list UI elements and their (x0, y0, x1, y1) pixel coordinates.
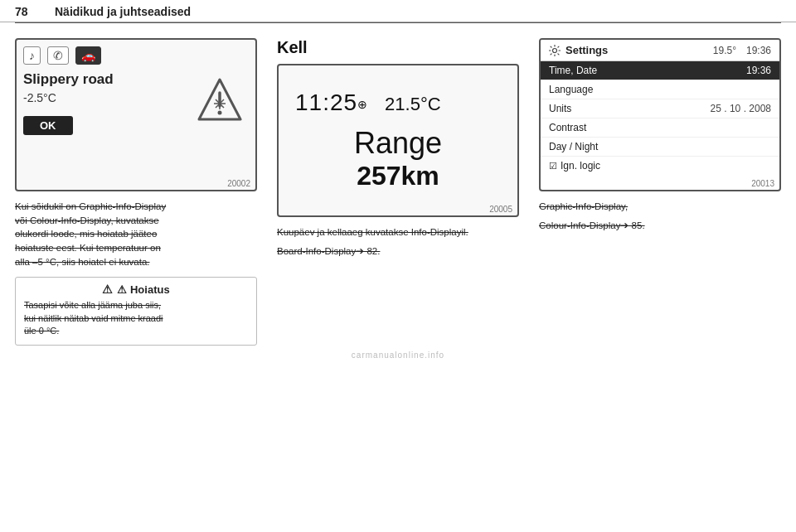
middle-column: Kell 11:25⊕ 21.5°C Range 257km 20005 Kuu… (267, 38, 529, 346)
watermark: carmanualonline.info (0, 346, 796, 361)
units-value: 25 . 10 . 2008 (711, 103, 771, 114)
warning-label: ⚠ Hoiatus (117, 283, 169, 296)
left-screen-box: ♪ ✆ 🚗 Slippery road -2.5°C OK (15, 38, 257, 191)
warning-icon: ⚠ (102, 283, 113, 296)
middle-heading: Kell (277, 38, 519, 57)
left-description: Kui sõidukil on Graphic-Info-Display või… (15, 200, 257, 268)
ign-logic-label: Ign. logic (561, 160, 600, 172)
warning-text: Tasapisi võite alla jääma juba siis, kui… (24, 299, 248, 337)
settings-temp: 19.5° (713, 45, 736, 56)
page-number: 78 (15, 5, 48, 18)
right-column: Settings 19.5° 19:36 Time, Date 19:36 La… (529, 38, 781, 346)
settings-row-ign-logic[interactable]: ☑ Ign. logic (541, 157, 779, 175)
settings-gear-icon (549, 45, 561, 56)
middle-description1: Kuupäev ja kellaaeg kuvatakse Info-Displ… (277, 225, 519, 239)
settings-header-right: 19.5° 19:36 (713, 45, 771, 56)
clock-temp: 21.5°C (385, 94, 441, 115)
clock-time: 11:25⊕ (295, 89, 368, 116)
checkbox-icon: ☑ (549, 161, 557, 172)
page-header: 78 Näidikud ja juhtseadised (0, 0, 796, 22)
alert-temp: -2.5°C (23, 91, 191, 104)
ok-button[interactable]: OK (23, 116, 73, 135)
middle-screen-box: 11:25⊕ 21.5°C Range 257km 20005 (277, 64, 519, 217)
contrast-label: Contrast (549, 122, 586, 133)
svg-point-2 (218, 111, 222, 115)
settings-header-bar: Settings 19.5° 19:36 (541, 40, 779, 61)
music-tab[interactable]: ♪ (23, 46, 41, 65)
time-date-label: Time, Date (549, 65, 597, 76)
settings-row-units[interactable]: Units 25 . 10 . 2008 (541, 99, 779, 118)
settings-row-language[interactable]: Language (541, 80, 779, 99)
page-title: Näidikud ja juhtseadised (55, 5, 191, 18)
units-label: Units (549, 103, 571, 114)
alert-title: Slippery road (23, 71, 191, 88)
language-label: Language (549, 84, 593, 95)
day-night-label: Day / Night (549, 141, 598, 152)
time-date-value: 19:36 (746, 65, 771, 76)
clock-suffix: ⊕ (357, 98, 368, 111)
settings-time: 19:36 (746, 45, 771, 56)
settings-header-left: Settings (549, 44, 608, 56)
svg-point-7 (553, 48, 557, 52)
right-description1: Graphic-Info-Display, (539, 200, 781, 214)
screen-tabs: ♪ ✆ 🚗 (23, 46, 249, 65)
image-number-middle: 20005 (489, 205, 512, 214)
main-content: ♪ ✆ 🚗 Slippery road -2.5°C OK (0, 23, 796, 346)
right-screen-box: Settings 19.5° 19:36 Time, Date 19:36 La… (539, 38, 781, 191)
image-number-left: 20002 (227, 179, 250, 188)
screen-body: Slippery road -2.5°C OK (23, 71, 249, 183)
warning-header: ⚠ ⚠ Hoiatus (24, 283, 248, 296)
warning-box: ⚠ ⚠ Hoiatus Tasapisi võite alla jääma ju… (15, 277, 257, 345)
settings-row-time-date[interactable]: Time, Date 19:36 (541, 61, 779, 80)
car-tab[interactable]: 🚗 (75, 46, 101, 65)
warning-triangle-icon (191, 71, 249, 129)
left-column: ♪ ✆ 🚗 Slippery road -2.5°C OK (15, 38, 267, 346)
clock-row: 11:25⊕ 21.5°C (295, 89, 501, 116)
image-number-right: 20013 (751, 179, 774, 188)
alert-content: Slippery road -2.5°C OK (23, 71, 191, 135)
settings-row-contrast[interactable]: Contrast (541, 118, 779, 138)
range-km: 257km (295, 161, 501, 191)
right-description2: Colour-Info-Display➔ 85. (539, 219, 781, 233)
middle-description2: Board-Info-Display➔ 82. (277, 244, 519, 259)
phone-tab[interactable]: ✆ (47, 46, 69, 65)
settings-row-day-night[interactable]: Day / Night (541, 138, 779, 157)
range-label: Range (295, 126, 501, 161)
settings-label: Settings (565, 44, 608, 56)
